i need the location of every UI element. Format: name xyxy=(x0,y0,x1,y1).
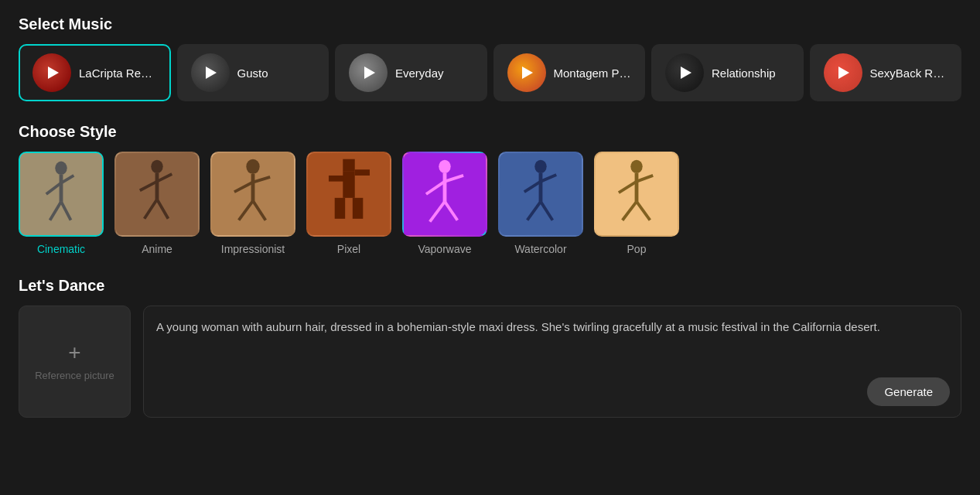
reference-label: Reference picture xyxy=(35,370,114,381)
style-label-watercolor: Watercolor xyxy=(514,243,566,255)
music-thumb-sexyback xyxy=(824,53,862,92)
style-section: Choose Style Cinematic Anime Impressioni… xyxy=(19,123,961,255)
style-card-impressionist[interactable]: Impressionist xyxy=(210,152,295,255)
style-label-vaporwave: Vaporwave xyxy=(418,243,471,255)
style-card-pixel[interactable]: Pixel xyxy=(306,152,391,255)
dance-section: Let's Dance + Reference picture Generate xyxy=(19,277,961,418)
music-name-gusto: Gusto xyxy=(237,67,268,80)
style-card-vaporwave[interactable]: Vaporwave xyxy=(402,152,487,255)
style-img-pixel xyxy=(306,152,391,237)
style-card-pop[interactable]: Pop xyxy=(594,152,679,255)
music-name-lacripta: LaCripta Remix xyxy=(79,67,157,80)
music-section: Select Music LaCripta RemixGustoEveryday… xyxy=(19,15,961,101)
music-name-sexyback: SexyBack Remix xyxy=(870,67,948,80)
play-icon xyxy=(364,67,375,79)
svg-point-1 xyxy=(55,162,67,175)
music-row: LaCripta RemixGustoEverydayMontagem PR F… xyxy=(19,44,961,101)
play-icon xyxy=(48,67,59,79)
play-icon xyxy=(522,67,533,79)
style-img-vaporwave xyxy=(402,152,487,237)
play-icon xyxy=(206,67,217,79)
svg-point-36 xyxy=(534,160,546,173)
music-name-relationship: Relationship xyxy=(712,67,776,80)
music-thumb-montagem xyxy=(507,53,546,92)
music-section-title: Select Music xyxy=(19,15,961,33)
music-card-montagem[interactable]: Montagem PR Funk xyxy=(493,44,646,101)
style-img-cinematic xyxy=(19,152,104,237)
generate-button[interactable]: Generate xyxy=(867,377,950,406)
music-card-relationship[interactable]: Relationship xyxy=(651,44,804,101)
svg-point-29 xyxy=(439,160,450,173)
svg-rect-27 xyxy=(353,198,363,219)
style-label-cinematic: Cinematic xyxy=(37,243,85,255)
music-thumb-lacripta xyxy=(32,53,71,92)
style-row: Cinematic Anime Impressionist Pixel Vapo… xyxy=(19,152,961,255)
style-card-cinematic[interactable]: Cinematic xyxy=(19,152,104,255)
dance-section-title: Let's Dance xyxy=(19,277,961,295)
style-img-impressionist xyxy=(210,152,295,237)
style-img-pop xyxy=(594,152,679,237)
style-img-anime xyxy=(114,152,200,237)
music-thumb-everyday xyxy=(349,53,388,92)
music-card-sexyback[interactable]: SexyBack Remix xyxy=(810,44,962,101)
svg-rect-22 xyxy=(343,159,354,171)
play-icon xyxy=(681,67,691,79)
svg-rect-23 xyxy=(343,171,354,198)
music-card-gusto[interactable]: Gusto xyxy=(177,44,330,101)
svg-rect-26 xyxy=(335,198,345,219)
svg-rect-24 xyxy=(329,176,343,182)
music-thumb-gusto xyxy=(191,53,230,92)
music-thumb-relationship xyxy=(665,53,704,92)
music-name-montagem: Montagem PR Funk xyxy=(554,67,632,80)
style-label-impressionist: Impressionist xyxy=(221,243,285,255)
prompt-box: Generate xyxy=(143,306,961,418)
style-card-watercolor[interactable]: Watercolor xyxy=(498,152,583,255)
play-icon xyxy=(838,67,849,79)
prompt-textarea[interactable] xyxy=(156,319,948,405)
svg-point-8 xyxy=(151,160,162,173)
music-card-lacripta[interactable]: LaCripta Remix xyxy=(19,44,171,101)
style-card-anime[interactable]: Anime xyxy=(114,152,200,255)
music-name-everyday: Everyday xyxy=(395,67,444,80)
style-label-anime: Anime xyxy=(142,243,172,255)
reference-picture-box[interactable]: + Reference picture xyxy=(19,306,131,418)
style-section-title: Choose Style xyxy=(19,123,961,141)
add-reference-icon: + xyxy=(68,342,80,364)
svg-rect-25 xyxy=(355,169,370,176)
style-label-pop: Pop xyxy=(627,243,647,255)
music-card-everyday[interactable]: Everyday xyxy=(335,44,487,101)
svg-point-43 xyxy=(630,160,642,173)
dance-row: + Reference picture Generate xyxy=(19,306,961,418)
style-label-pixel: Pixel xyxy=(337,243,360,255)
style-img-watercolor xyxy=(498,152,583,237)
svg-point-15 xyxy=(246,159,259,174)
